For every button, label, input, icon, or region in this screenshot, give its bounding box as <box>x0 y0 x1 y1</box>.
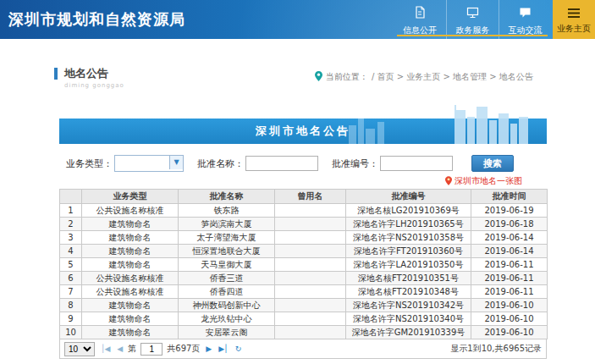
cell-business-type: 建筑物命名 <box>82 299 179 312</box>
map-link[interactable]: 深圳市地名一张图 <box>59 175 522 187</box>
cell-business-type: 建筑物命名 <box>82 312 179 326</box>
page-subtitle: diming gonggao <box>64 82 124 89</box>
last-page-button[interactable]: ▶│ <box>217 345 229 353</box>
table-row: 4建筑物命名恒深置地联合大厦深地名许字FT201910360号2019-06-1… <box>60 245 548 258</box>
cell-approval-date: 2019-06-11 <box>471 285 548 299</box>
table-row: 6公共设施名称核准侨香三道深地名核FT201910351号2019-06-11 <box>60 272 548 285</box>
cell-business-type: 建筑物命名 <box>82 258 179 272</box>
cell-approved-name: 恒深置地联合大厦 <box>179 245 275 258</box>
cell-approval-date: 2019-06-19 <box>471 204 548 218</box>
page-prefix-label: 第 <box>128 343 136 355</box>
nav-item-business-home[interactable]: 业务主页 <box>553 0 595 39</box>
banner-title: 深圳市地名公告 <box>59 119 547 144</box>
cell-approval-date: 2019-06-14 <box>471 245 548 258</box>
cell-former-name <box>275 299 346 312</box>
col-header-business-type: 业务类型 <box>82 190 179 204</box>
table-row: 3建筑物命名太子湾望海大厦深地名许字NS201910358号2019-06-14 <box>60 231 548 245</box>
cell-approval-number: 深地名核LG201910369号 <box>346 204 471 218</box>
location-pin-icon <box>315 71 322 83</box>
cell-approval-date: 2019-06-14 <box>471 231 548 245</box>
cell-approval-number: 深地名许字FT201910360号 <box>346 245 471 258</box>
table-row: 10建筑物命名安居翠云阁深地名许字GM201910339号2019-06-10 <box>60 326 548 339</box>
cell-approved-name: 龙光玖钻中心 <box>179 312 275 326</box>
cell-row-index: 4 <box>60 245 82 258</box>
table-row: 2建筑物命名笋岗滨南大厦深地名许字LH201910365号2019-06-18 <box>60 218 548 231</box>
cell-approval-number: 深地名许字GM201910339号 <box>346 326 471 339</box>
site-header: 深圳市规划和自然资源局 信息公开 政务服务 互动交流 业务主页 <box>0 0 595 39</box>
cell-business-type: 公共设施名称核准 <box>82 204 179 218</box>
cell-business-type: 建筑物命名 <box>82 326 179 339</box>
cell-approval-number: 深地名许字NS201910358号 <box>346 231 471 245</box>
table-body: 1公共设施名称核准铁东路深地名核LG201910369号2019-06-192建… <box>60 204 548 339</box>
nav-label: 业务主页 <box>557 23 591 35</box>
monitor-icon <box>466 6 479 22</box>
cell-approval-number: 深地名核FT201910348号 <box>346 285 471 299</box>
cell-approved-name: 侨香四道 <box>179 285 275 299</box>
nav-item-interaction[interactable]: 互动交流 <box>499 0 551 39</box>
col-header-approval-date: 批准时间 <box>471 190 548 204</box>
top-nav: 信息公开 政务服务 互动交流 <box>394 0 551 39</box>
table-row: 8建筑物命名神州数码创新中心深地名许字NS201910342号2019-06-1… <box>60 299 548 312</box>
search-button[interactable]: 搜索 <box>471 155 514 172</box>
pagination-bar: 10 │◀ ◀ 第 共697页 ▶ ▶│ ↻ 显示1到10,共6965记录 <box>59 339 547 359</box>
nav-label: 政务服务 <box>456 25 490 36</box>
cell-former-name <box>275 245 346 258</box>
cell-former-name <box>275 231 346 245</box>
col-header-approved-name: 批准名称 <box>179 190 275 204</box>
breadcrumb-path[interactable]: / 首页 > 业务主页 > 地名管理 > 地名公告 <box>372 71 533 83</box>
cell-approval-date: 2019-06-11 <box>471 258 548 272</box>
cell-approval-number: 深地名许字NS201910340号 <box>346 312 471 326</box>
page-number-input[interactable] <box>140 343 163 356</box>
cell-former-name <box>275 285 346 299</box>
table-row: 5建筑物命名天马皇御大厦深地名许字LA201910350号2019-06-11 <box>60 258 548 272</box>
business-type-select-wrap: ▼ <box>114 155 184 172</box>
nav-label: 信息公开 <box>403 25 437 36</box>
cell-business-type: 公共设施名称核准 <box>82 272 179 285</box>
search-form: 业务类型： ▼ 批准名称： 批准编号： 搜索 <box>59 155 547 172</box>
business-type-select[interactable] <box>114 155 184 172</box>
breadcrumb: 当前位置： / 首页 > 业务主页 > 地名管理 > 地名公告 <box>315 71 533 83</box>
nav-label: 互动交流 <box>509 25 543 36</box>
announcements-table: 业务类型 批准名称 曾用名 批准编号 批准时间 1公共设施名称核准铁东路深地名核… <box>59 189 548 339</box>
cell-approved-name: 太子湾望海大厦 <box>179 231 275 245</box>
approval-number-label: 批准编号： <box>332 157 378 170</box>
cell-row-index: 8 <box>60 299 82 312</box>
cell-former-name <box>275 326 346 339</box>
page-size-select[interactable]: 10 <box>64 342 95 356</box>
breadcrumb-label: 当前位置： <box>326 71 368 83</box>
chat-icon <box>519 6 532 22</box>
prev-page-button[interactable]: ◀ <box>115 345 124 353</box>
next-page-button[interactable]: ▶ <box>204 345 212 353</box>
nav-item-gov-services[interactable]: 政务服务 <box>446 0 499 39</box>
cell-approved-name: 铁东路 <box>179 204 275 218</box>
refresh-icon[interactable]: ↻ <box>234 345 243 353</box>
page-title-block: 地名公告 diming gonggao <box>54 68 124 89</box>
cell-approval-date: 2019-06-18 <box>471 218 548 231</box>
records-summary: 显示1到10,共6965记录 <box>450 343 542 355</box>
col-header-approval-number: 批准编号 <box>346 190 471 204</box>
document-icon <box>414 6 426 22</box>
cell-row-index: 2 <box>60 218 82 231</box>
cell-former-name <box>275 218 346 231</box>
cell-approved-name: 神州数码创新中心 <box>179 299 275 312</box>
cell-business-type: 建筑物命名 <box>82 231 179 245</box>
cell-approved-name: 笋岗滨南大厦 <box>179 218 275 231</box>
main-panel: 深圳市地名公告 业务类型： ▼ 批准名称： 批准编号： 搜索 深圳市地名一张图 <box>59 119 547 359</box>
cell-approval-date: 2019-06-10 <box>471 299 548 312</box>
cell-former-name <box>275 204 346 218</box>
approved-name-label: 批准名称： <box>197 157 244 170</box>
cell-approval-number: 深地名许字NS201910342号 <box>346 299 471 312</box>
cell-row-index: 10 <box>60 326 82 339</box>
col-header-former-name: 曾用名 <box>275 190 346 204</box>
business-type-label: 业务类型： <box>66 157 113 170</box>
first-page-button[interactable]: │◀ <box>99 345 111 353</box>
cell-former-name <box>275 312 346 326</box>
cell-approved-name: 侨香三道 <box>179 272 275 285</box>
cell-row-index: 6 <box>60 272 82 285</box>
nav-item-info-disclosure[interactable]: 信息公开 <box>394 0 446 39</box>
table-row: 9建筑物命名龙光玖钻中心深地名许字NS201910340号2019-06-10 <box>60 312 548 326</box>
approved-name-input[interactable] <box>245 156 318 171</box>
approval-number-input[interactable] <box>380 156 453 171</box>
cell-approved-name: 天马皇御大厦 <box>179 258 275 272</box>
cell-row-index: 1 <box>60 204 82 218</box>
